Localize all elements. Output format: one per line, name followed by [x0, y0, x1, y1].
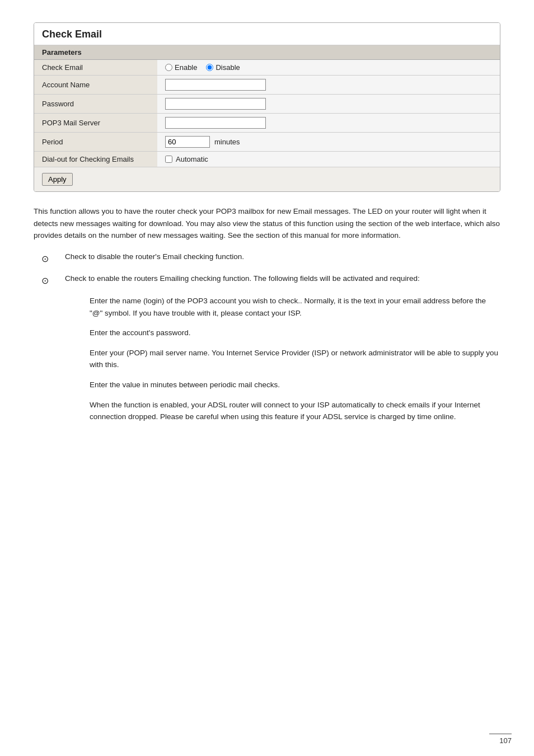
radio-label-enable[interactable]: Enable — [165, 63, 197, 72]
param-label: Period — [34, 133, 157, 152]
bullet-text-0: Check to disable the router's Email chec… — [65, 251, 500, 263]
period-input[interactable] — [165, 136, 210, 148]
param-label: Account Name — [34, 76, 157, 95]
param-value: Automatic — [157, 152, 500, 167]
radio-enable[interactable] — [165, 64, 172, 71]
main-description: This function allows you to have the rou… — [34, 205, 500, 242]
radio-group: EnableDisable — [165, 63, 492, 72]
indented-para-3: Enter the value in minutes between perio… — [90, 379, 500, 391]
param-value — [157, 114, 500, 133]
param-label: POP3 Mail Server — [34, 114, 157, 133]
param-value: EnableDisable — [157, 60, 500, 76]
apply-button[interactable]: Apply — [42, 173, 73, 186]
bullet-item-0: ⊙Check to disable the router's Email che… — [34, 251, 500, 266]
text-input-pop3-mail-server[interactable] — [165, 117, 266, 129]
indented-para-0: Enter the name (login) of the POP3 accou… — [90, 295, 500, 319]
period-row: minutes — [165, 136, 492, 148]
bullet-symbol-1: ⊙ — [34, 274, 56, 288]
bullet-item-1: ⊙Check to enable the routers Emailing ch… — [34, 273, 500, 288]
radio-disable[interactable] — [206, 64, 213, 71]
param-row: POP3 Mail Server — [34, 114, 500, 133]
check-email-panel: Check Email Parameters Check EmailEnable… — [34, 22, 500, 192]
page-number: 107 — [489, 734, 512, 745]
period-unit-label: minutes — [214, 138, 240, 146]
apply-row: Apply — [34, 167, 500, 191]
param-value — [157, 95, 500, 114]
param-label: Dial-out for Checking Emails — [34, 152, 157, 167]
text-input-account-name[interactable] — [165, 79, 266, 91]
param-label: Password — [34, 95, 157, 114]
password-input[interactable] — [165, 98, 266, 110]
param-value: minutes — [157, 133, 500, 152]
section-header: Parameters — [34, 45, 500, 60]
description-section: This function allows you to have the rou… — [34, 205, 500, 423]
bullet-symbol-0: ⊙ — [34, 252, 56, 266]
param-value — [157, 76, 500, 95]
checkbox-label: Automatic — [176, 155, 208, 163]
param-row: Dial-out for Checking EmailsAutomatic — [34, 152, 500, 167]
indented-para-1: Enter the account's password. — [90, 327, 500, 339]
param-label: Check Email — [34, 60, 157, 76]
checkbox-row: Automatic — [165, 155, 492, 163]
param-row: Check EmailEnableDisable — [34, 60, 500, 76]
panel-title: Check Email — [34, 23, 500, 45]
radio-label-disable[interactable]: Disable — [206, 63, 240, 72]
parameters-table: Check EmailEnableDisableAccount NamePass… — [34, 60, 500, 167]
indented-para-2: Enter your (POP) mail server name. You I… — [90, 347, 500, 371]
param-row: Account Name — [34, 76, 500, 95]
indented-container: Enter the name (login) of the POP3 accou… — [34, 295, 500, 423]
indented-para-4: When the function is enabled, your ADSL … — [90, 399, 500, 423]
automatic-checkbox[interactable] — [165, 156, 172, 163]
bullet-text-1: Check to enable the routers Emailing che… — [65, 273, 500, 285]
param-row: Password — [34, 95, 500, 114]
bullets-container: ⊙Check to disable the router's Email che… — [34, 251, 500, 288]
param-row: Periodminutes — [34, 133, 500, 152]
